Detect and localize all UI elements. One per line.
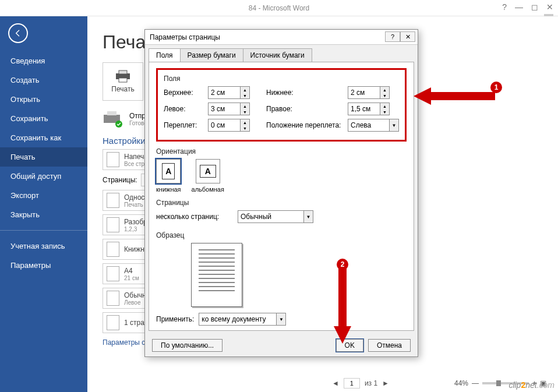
dialog-tabs: Поля Размер бумаги Источник бумаги [145,45,418,62]
opt-label: A4 [124,267,133,275]
page-icon [107,193,119,208]
page-of-label: из 1 [365,379,377,387]
orientation-portrait[interactable]: A книжная [156,159,181,193]
zoom-out-icon[interactable]: — [472,379,479,387]
svg-rect-2 [119,78,127,82]
sidebar-item-print[interactable]: Печать [0,147,87,167]
printer-icon [115,70,131,83]
sidebar-item-open[interactable]: Открыть [0,90,87,109]
right-margin-field[interactable] [348,103,380,115]
orientation-landscape[interactable]: A альбомная [192,159,224,193]
spin-up-icon[interactable]: ▲ [380,103,389,109]
landscape-icon: A [200,165,216,178]
svg-rect-4 [107,111,116,115]
minimize-icon[interactable]: — [515,2,523,12]
opt-sub: 21 см [124,275,139,281]
right-margin-input[interactable]: ▲▼ [348,103,390,115]
spin-down-icon[interactable]: ▼ [241,125,249,131]
left-margin-input[interactable]: ▲▼ [208,103,250,115]
tab-paper[interactable]: Размер бумаги [180,48,243,62]
window-controls: ? — ◻ ✕ [502,2,553,12]
multi-pages-label: несколько страниц: [156,213,232,221]
page-number-input[interactable] [344,378,360,389]
spin-down-icon[interactable]: ▼ [380,109,389,115]
chevron-down-icon[interactable]: ▼ [303,211,313,223]
annotation-1-badge: 1 [490,82,502,93]
margins-highlight-box: Поля Верхнее: ▲▼ Нижнее: ▲▼ Левое: ▲▼ Пр… [156,68,407,142]
bottom-margin-field[interactable] [348,87,380,98]
pages-label: Страницы: [103,176,137,184]
dialog-title: Параметры страницы [150,33,220,41]
right-margin-label: Правое: [266,105,342,113]
back-button[interactable] [8,23,28,43]
backstage-sidebar: Сведения Создать Открыть Сохранить Сохра… [0,16,87,392]
top-margin-label: Верхнее: [164,89,202,97]
chevron-down-icon[interactable]: ▼ [276,313,285,325]
margins-group-label: Поля [164,75,399,83]
window-titlebar: 84 - Microsoft Word ? — ◻ ✕ Вход [0,0,558,16]
spin-up-icon[interactable]: ▲ [241,119,249,125]
chevron-down-icon[interactable]: ▼ [389,119,398,131]
sidebar-item-account[interactable]: Учетная запись [0,236,87,256]
sample-group-label: Образец [156,231,407,239]
sidebar-item-saveas[interactable]: Сохранить как [0,128,87,147]
page-setup-dialog: Параметры страницы ? ✕ Поля Размер бумаг… [144,29,418,357]
spin-up-icon[interactable]: ▲ [241,103,249,109]
apply-to-select[interactable]: ко всему документу▼ [199,313,286,326]
top-margin-input[interactable]: ▲▼ [208,86,250,99]
badge-1: 1 [490,82,502,93]
svg-marker-6 [414,87,495,105]
sidebar-item-share[interactable]: Общий доступ [0,167,87,186]
dialog-close-icon[interactable]: ✕ [400,31,415,42]
multi-pages-value: Обычный [241,213,271,221]
zoom-label: 44% [454,379,468,387]
cancel-button[interactable]: Отмена [368,339,411,352]
gutter-pos-select[interactable]: Слева▼ [348,119,399,132]
sidebar-item-export[interactable]: Экспорт [0,186,87,205]
sidebar-item-close[interactable]: Закрыть [0,205,87,224]
top-margin-field[interactable] [209,87,240,98]
annotation-2-badge: 2 [337,259,348,270]
sidebar-item-info[interactable]: Сведения [0,51,87,70]
spin-down-icon[interactable]: ▼ [241,93,249,98]
apply-to-value: ко всему документу [202,315,266,323]
tab-margins[interactable]: Поля [149,48,181,62]
wm-a: clip [508,380,521,390]
spin-up-icon[interactable]: ▲ [380,87,389,93]
spin-down-icon[interactable]: ▼ [241,109,249,115]
badge-2: 2 [337,259,348,270]
sample-preview [191,243,242,307]
landscape-label: альбомная [192,186,224,193]
orientation-group-label: Ориентация [156,147,407,156]
help-icon[interactable]: ? [502,2,507,12]
dialog-titlebar: Параметры страницы ? ✕ [145,30,418,45]
sidebar-item-options[interactable]: Параметры [0,256,87,275]
spin-down-icon[interactable]: ▼ [380,93,389,98]
left-margin-field[interactable] [209,103,240,115]
next-page-icon[interactable]: ► [382,379,389,387]
tab-source[interactable]: Источник бумаги [243,48,312,62]
bottom-margin-input[interactable]: ▲▼ [348,86,390,99]
wm-c: net [525,380,536,390]
gutter-pos-value: Слева [351,121,371,129]
left-margin-label: Левое: [164,105,202,113]
sidebar-item-new[interactable]: Создать [0,70,87,90]
multi-pages-select[interactable]: Обычный▼ [238,210,313,223]
close-icon[interactable]: ✕ [546,2,553,12]
spin-up-icon[interactable]: ▲ [241,87,249,93]
annotation-1 [414,82,501,113]
sidebar-item-save[interactable]: Сохранить [0,109,87,128]
gutter-input[interactable]: ▲▼ [208,119,250,132]
default-button[interactable]: По умолчанию... [152,339,223,352]
pages-group-label: Страницы [156,199,407,207]
svg-rect-1 [119,70,127,74]
print-button[interactable]: Печать [103,62,143,101]
prev-page-icon[interactable]: ◄ [332,379,339,387]
dialog-help-icon[interactable]: ? [385,31,400,42]
gutter-field[interactable] [209,119,240,131]
annotation-2 [328,262,357,346]
maximize-icon[interactable]: ◻ [531,2,538,12]
print-button-label: Печать [111,85,134,93]
page-icon [107,315,119,330]
page-icon [107,152,119,167]
